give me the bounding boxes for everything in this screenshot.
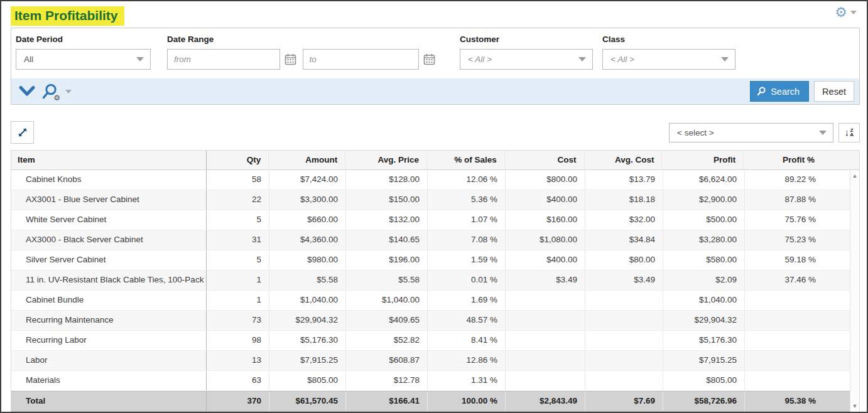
table-row[interactable]: White Server Cabinet5$660.00$132.001.07 … <box>11 210 850 230</box>
item-cell: Total <box>11 392 206 411</box>
value-cell-profit: 89.22 % <box>744 170 850 190</box>
value-cell-qty: 31 <box>206 230 269 250</box>
search-options-caret-button[interactable] <box>65 90 72 94</box>
value-cell-cost: $400.00 <box>505 190 585 210</box>
table-row[interactable]: AX3001 - Blue Server Cabinet22$3,300.00$… <box>11 190 850 210</box>
scroll-up-icon[interactable]: ▲ <box>852 173 858 179</box>
value-cell-avg-price: $140.65 <box>345 230 427 250</box>
value-cell-profit: $29,904.32 <box>663 311 744 330</box>
value-cell-of-sales: 1.69 % <box>427 291 505 310</box>
sort-button[interactable]: ↓ Z A <box>838 123 860 142</box>
date-to-input[interactable] <box>303 49 419 70</box>
table-row[interactable]: Cabinet Knobs58$7,424.00$128.0012.06 %$8… <box>11 170 850 190</box>
table-row[interactable]: Cabinet Bundle1$1,040.00$1,040.001.69 %$… <box>11 291 850 311</box>
value-cell-cost <box>505 331 585 350</box>
value-cell-profit: $3,280.00 <box>663 230 744 250</box>
column-header-item[interactable]: Item <box>11 151 206 169</box>
date-range-label: Date Range <box>167 35 441 44</box>
expand-grid-button[interactable] <box>11 121 34 144</box>
column-header-avg-cost[interactable]: Avg. Cost <box>584 151 662 169</box>
value-cell-qty: 63 <box>206 371 269 390</box>
value-cell-avg-price: $5.58 <box>345 271 427 290</box>
column-header-profit[interactable]: Profit % <box>743 151 849 169</box>
filter-date-period: Date Period All <box>16 35 151 70</box>
date-from-calendar-button[interactable] <box>284 51 298 68</box>
value-cell-profit: 87.88 % <box>744 190 850 210</box>
value-cell-profit: $7,915.25 <box>663 351 744 370</box>
column-header-avg-price[interactable]: Avg. Price <box>345 151 426 169</box>
item-cell: White Server Cabinet <box>11 210 206 230</box>
grid-controls: < select > ↓ Z A <box>11 121 860 144</box>
reset-button[interactable]: Reset <box>814 81 854 102</box>
class-select[interactable]: < All > <box>602 49 735 70</box>
value-cell-cost: $160.00 <box>505 210 585 230</box>
value-cell-avg-cost <box>585 291 663 310</box>
value-cell-profit <box>744 351 850 370</box>
filter-panel: Date Period All Date Range <box>11 28 860 105</box>
value-cell-profit: $58,726.96 <box>663 392 744 411</box>
item-cell: Cabinet Bundle <box>11 291 206 310</box>
column-header-cost[interactable]: Cost <box>504 151 584 169</box>
report-page: Item Profitability ⚙ Date Period All Dat… <box>0 0 868 413</box>
table-row[interactable]: Recurring Maintenance73$29,904.32$409.65… <box>11 311 850 331</box>
column-header-amount[interactable]: Amount <box>268 151 345 169</box>
chevron-down-icon <box>136 57 144 62</box>
column-header-of-sales[interactable]: % of Sales <box>426 151 504 169</box>
value-cell-amount: $3,300.00 <box>269 190 345 210</box>
value-cell-qty: 5 <box>206 210 269 230</box>
date-to-calendar-button[interactable] <box>423 51 437 68</box>
value-cell-profit <box>744 371 850 390</box>
scroll-down-icon[interactable]: ▼ <box>852 403 858 409</box>
gear-icon: ⚙ <box>835 6 847 19</box>
date-from-input[interactable] <box>167 49 280 70</box>
value-cell-avg-price: $12.78 <box>345 371 427 390</box>
item-cell: AX3001 - Blue Server Cabinet <box>11 190 206 210</box>
chevron-down-icon <box>819 131 827 135</box>
value-cell-avg-price: $1,040.00 <box>345 291 427 310</box>
settings-menu-button[interactable]: ⚙ <box>835 6 857 19</box>
value-cell-avg-price: $132.00 <box>345 210 427 230</box>
table-row[interactable]: Labor13$7,915.25$608.8712.86 %$7,915.25 <box>11 351 850 371</box>
value-cell-of-sales: 1.07 % <box>427 210 505 230</box>
chevron-down-icon <box>19 85 35 97</box>
item-cell: Recurring Labor <box>11 331 206 350</box>
value-cell-amount: $7,424.00 <box>269 170 345 190</box>
value-cell-of-sales: 48.57 % <box>427 311 505 330</box>
date-period-select[interactable]: All <box>16 49 151 70</box>
column-header-profit[interactable]: Profit <box>661 151 743 169</box>
value-cell-cost <box>505 371 585 390</box>
value-cell-avg-price: $128.00 <box>345 170 427 190</box>
value-cell-qty: 98 <box>206 331 269 350</box>
value-cell-profit: 75.23 % <box>744 230 850 250</box>
search-button[interactable]: Search <box>750 81 809 102</box>
customer-select[interactable]: < All > <box>460 49 593 70</box>
column-header-qty[interactable]: Qty <box>206 151 269 169</box>
calendar-icon <box>285 53 296 65</box>
search-settings-button[interactable]: ⚙ <box>41 83 59 100</box>
table-row[interactable]: 11 in. UV-Resistant Black Cable Ties, 10… <box>11 271 850 291</box>
value-cell-qty: 13 <box>206 351 269 370</box>
value-cell-avg-cost: $3.49 <box>585 271 663 290</box>
profitability-table: ItemQtyAmountAvg. Price% of SalesCostAvg… <box>11 150 860 412</box>
vertical-scrollbar[interactable]: ▲ ▼ <box>850 170 859 412</box>
value-cell-of-sales: 12.06 % <box>427 170 505 190</box>
chevron-down-icon <box>850 11 857 14</box>
item-cell: Materials <box>11 371 206 390</box>
table-row[interactable]: Materials63$805.00$12.781.31 %$805.00 <box>11 371 850 391</box>
value-cell-qty: 1 <box>206 291 269 310</box>
value-cell-avg-cost <box>585 351 663 370</box>
value-cell-of-sales: 5.36 % <box>427 190 505 210</box>
table-row[interactable]: AX3000 - Black Server Cabinet31$4,360.00… <box>11 230 850 250</box>
value-cell-profit: $2.09 <box>663 271 744 290</box>
table-row[interactable]: Recurring Labor98$5,176.30$52.828.41 %$5… <box>11 331 850 351</box>
column-select[interactable]: < select > <box>669 123 833 142</box>
table-total-row[interactable]: Total370$61,570.45$166.41100.00 %$2,843.… <box>11 391 850 412</box>
table-row[interactable]: Silver Server Cabinet5$980.00$196.001.59… <box>11 250 850 271</box>
value-cell-amount: $805.00 <box>269 371 345 390</box>
value-cell-amount: $660.00 <box>269 210 345 230</box>
collapse-filters-button[interactable] <box>19 85 35 97</box>
value-cell-avg-cost: $32.00 <box>585 210 663 230</box>
value-cell-avg-price: $150.00 <box>345 190 427 210</box>
value-cell-avg-cost: $18.18 <box>585 190 663 210</box>
item-cell: Silver Server Cabinet <box>11 250 206 270</box>
